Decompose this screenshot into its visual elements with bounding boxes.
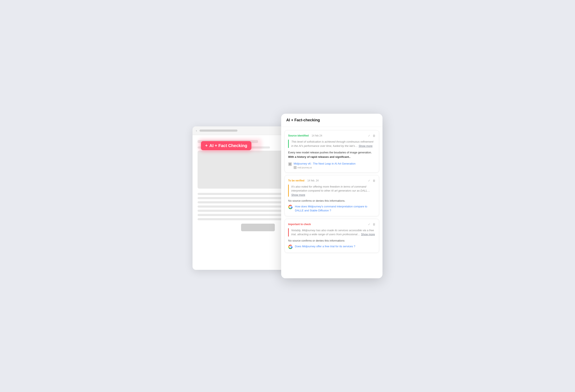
fact-card-1-header: Source identified 14 feb 24 ✓ 🗑 [288,134,376,138]
panel-content: Source identified 14 feb 24 ✓ 🗑 This lev… [281,127,383,278]
panel-title: AI + Fact-checking [286,118,320,122]
source-info: Midjourney v6 : The Next Leap in AI Art … [294,162,356,169]
source-domain: mid-journey.ai [294,166,356,169]
ai-badge-label: AI + Fact Checking [209,143,247,148]
check-icon-3[interactable]: ✓ [368,223,370,226]
card-2-date: 14 feb. 24 [307,179,318,182]
delete-icon[interactable]: 🗑 [373,134,376,137]
card-3-quote-block: Notably, Midjourney has also made its se… [288,228,376,236]
check-icon[interactable]: ✓ [368,134,370,137]
fact-card-1: Source identified 14 feb 24 ✓ 🗑 This lev… [285,130,379,173]
card-2-google-link[interactable]: How does Midjourney's command interpreta… [288,205,376,213]
svg-rect-2 [289,164,290,164]
fact-card-3-header: Important to check ✓ 🗑 [288,222,376,226]
card-1-body: Every new model release pushes the bouda… [288,150,376,159]
card-1-date: 14 feb 24 [311,134,322,137]
svg-rect-1 [289,163,291,164]
plus-icon: + [205,143,208,148]
back-arrow-icon[interactable]: ‹ [196,129,197,132]
google-icon-3 [288,245,293,249]
status-badge-important: Important to check [288,222,311,226]
delete-icon-2[interactable]: 🗑 [373,179,376,182]
card-2-no-source: No source confirms or denies this inform… [288,199,376,202]
domain-favicon [294,166,297,169]
card-2-quote: It's also noted for offering more freedo… [291,185,370,192]
card-3-show-more[interactable]: Show more [361,233,375,236]
panel-header: AI + Fact-checking [281,114,383,127]
ai-fact-checking-badge[interactable]: + AI + Fact Checking [201,141,251,150]
card-3-google-query[interactable]: Does Midjourney offer a free trial for i… [295,244,355,249]
url-bar-skeleton [199,130,238,132]
skeleton-button [241,224,275,231]
fact-card-3: Important to check ✓ 🗑 Notably, Midjourn… [285,219,379,253]
card-2-google-query[interactable]: How does Midjourney's command interpreta… [295,205,376,213]
card-1-quote-block: This level of sofistication is achieved … [288,140,376,148]
scene: ‹ ONLINE CONTE... + AI + Fact Checking [192,114,383,278]
card-2-quote-block: It's also noted for offering more freedo… [288,184,376,197]
card-2-actions: ✓ 🗑 [368,179,376,182]
source-favicon [288,162,292,166]
google-icon [288,205,293,209]
card-3-google-link[interactable]: Does Midjourney offer a free trial for i… [288,244,376,249]
skeleton-line-8 [198,218,288,220]
card-1-show-more[interactable]: Show more [359,144,373,147]
card-3-no-source: No source confirms or denies this inform… [288,239,376,242]
status-badge-to-verify: To be verified [288,179,304,183]
delete-icon-3[interactable]: 🗑 [373,223,376,226]
card-1-actions: ✓ 🗑 [368,134,376,137]
card-2-show-more[interactable]: Show more [291,193,305,196]
status-badge-identified: Source identified [288,134,309,138]
check-icon-2[interactable]: ✓ [368,179,370,182]
fact-card-2-header: To be verified 14 feb. 24 ✓ 🗑 [288,179,376,183]
page-icon [288,163,291,166]
fact-card-2: To be verified 14 feb. 24 ✓ 🗑 It's also … [285,175,379,216]
card-1-source[interactable]: Midjourney v6 : The Next Leap in AI Art … [288,162,376,169]
main-panel: AI + Fact-checking Source identified 14 … [281,114,383,278]
card-3-actions: ✓ 🗑 [368,223,376,226]
source-title[interactable]: Midjourney v6 : The Next Leap in AI Art … [294,162,356,166]
svg-rect-3 [289,164,291,165]
